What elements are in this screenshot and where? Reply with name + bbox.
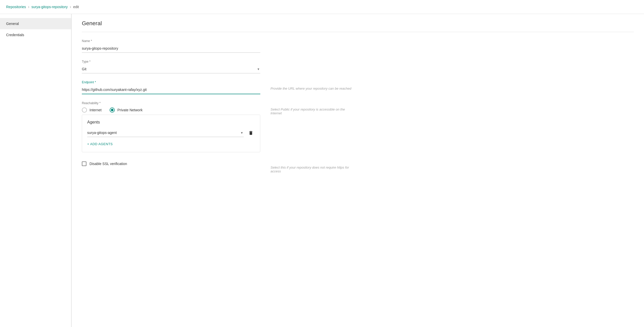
sidebar-item-credentials[interactable]: Credentials bbox=[0, 29, 71, 40]
endpoint-field-row: Endpoint * Provide the URL where your re… bbox=[82, 80, 634, 94]
breadcrumb-edit: edit bbox=[73, 5, 79, 9]
breadcrumb-repo-name[interactable]: surya-gitops-repository bbox=[31, 5, 68, 9]
ssl-checkbox-row: Disable SSL verification bbox=[82, 161, 260, 166]
type-select-wrapper: Git Helm OCI ▾ bbox=[82, 65, 260, 73]
name-input[interactable] bbox=[82, 44, 260, 53]
ssl-field-row: Disable SSL verification Select this if … bbox=[82, 159, 634, 173]
breadcrumb-sep-1: › bbox=[28, 5, 29, 9]
agent-select-wrapper: surya-gitops-agent ▾ bbox=[87, 129, 244, 137]
name-field-container: Name * bbox=[82, 39, 260, 53]
radio-internet[interactable]: Internet bbox=[82, 107, 101, 113]
ssl-hint: Select this if your repository does not … bbox=[271, 159, 352, 173]
endpoint-input[interactable] bbox=[82, 86, 260, 94]
page-title: General bbox=[82, 20, 634, 32]
breadcrumb: Repositories › surya-gitops-repository ›… bbox=[0, 0, 644, 14]
type-label: Type * bbox=[82, 60, 260, 63]
type-field-container: Type * Git Helm OCI ▾ bbox=[82, 60, 260, 73]
sidebar-item-general[interactable]: General bbox=[0, 18, 71, 29]
layout: General Credentials General Name * Type … bbox=[0, 14, 644, 327]
agent-select[interactable]: surya-gitops-agent bbox=[87, 129, 244, 137]
radio-private-network[interactable]: Private Network bbox=[110, 107, 143, 113]
endpoint-label: Endpoint * bbox=[82, 80, 260, 84]
agents-title: Agents bbox=[87, 120, 255, 125]
radio-internet-label: Internet bbox=[89, 108, 101, 112]
reachability-field-row: Reachability * Internet Private Network bbox=[82, 101, 634, 152]
reachability-with-hint: Reachability * Internet Private Network bbox=[82, 101, 634, 152]
agent-chevron-down-icon: ▾ bbox=[241, 131, 243, 135]
type-field-row: Type * Git Helm OCI ▾ bbox=[82, 60, 634, 73]
reachability-label: Reachability * bbox=[82, 101, 260, 105]
delete-agent-button[interactable] bbox=[247, 129, 255, 137]
radio-private-network-label: Private Network bbox=[117, 108, 143, 112]
endpoint-hint: Provide the URL where your repository ca… bbox=[271, 80, 352, 90]
name-field-row: Name * bbox=[82, 39, 634, 53]
breadcrumb-repositories[interactable]: Repositories bbox=[6, 5, 26, 9]
ssl-checkbox[interactable] bbox=[82, 161, 86, 166]
ssl-field-container: Disable SSL verification bbox=[82, 159, 260, 166]
radio-internet-circle bbox=[82, 107, 87, 113]
sidebar: General Credentials bbox=[0, 14, 71, 327]
ssl-with-hint: Disable SSL verification Select this if … bbox=[82, 159, 634, 173]
endpoint-field-container: Endpoint * bbox=[82, 80, 260, 94]
agents-box: Agents surya-gitops-agent ▾ bbox=[82, 115, 260, 152]
breadcrumb-sep-2: › bbox=[70, 5, 71, 9]
endpoint-with-hint: Endpoint * Provide the URL where your re… bbox=[82, 80, 634, 94]
trash-icon bbox=[248, 130, 253, 135]
type-select[interactable]: Git Helm OCI bbox=[82, 67, 260, 71]
radio-private-network-circle bbox=[110, 107, 115, 113]
reachability-field-container: Reachability * Internet Private Network bbox=[82, 101, 260, 152]
add-agents-button[interactable]: + ADD AGENTS bbox=[87, 141, 113, 147]
agent-row: surya-gitops-agent ▾ bbox=[87, 129, 255, 137]
main-content: General Name * Type * Git Helm OCI ▾ bbox=[71, 14, 644, 327]
name-label: Name * bbox=[82, 39, 260, 43]
reachability-radio-group: Internet Private Network bbox=[82, 107, 260, 113]
ssl-label: Disable SSL verification bbox=[89, 162, 127, 166]
reachability-hint: Select Public if your repository is acce… bbox=[271, 101, 352, 115]
